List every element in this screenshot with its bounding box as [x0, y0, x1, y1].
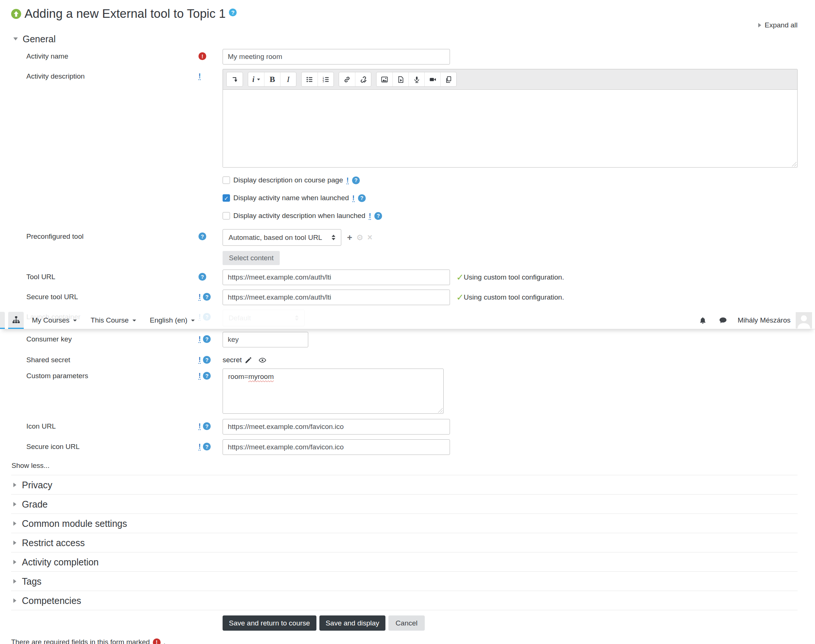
chevron-down-icon [191, 320, 195, 322]
italic-icon[interactable]: I [280, 72, 296, 86]
row-icon-url: Icon URL ! ? [11, 419, 798, 434]
section-header-grade[interactable]: Grade [11, 494, 798, 514]
row-tool-url: Tool URL ? ✓ Using custom tool configura… [11, 270, 798, 285]
unlink-icon[interactable] [355, 72, 371, 86]
custom-parameters-textarea[interactable]: room=myroom [223, 368, 444, 414]
display-activity-name-checkbox[interactable] [223, 194, 230, 202]
manage-files-icon[interactable] [440, 72, 456, 86]
activity-description-label: Activity description [11, 69, 198, 80]
collapse-triangle-icon [13, 37, 18, 40]
advanced-icon: ! [352, 194, 355, 202]
advanced-icon: ! [198, 293, 201, 301]
nav-my-courses[interactable]: My Courses [32, 316, 77, 324]
description-options: Display description on course page ! ? D… [223, 176, 798, 220]
show-less-link[interactable]: Show less... [11, 462, 798, 470]
checkbox-row-display-activity-name: Display activity name when launched ! ? [223, 193, 798, 202]
cancel-button[interactable]: Cancel [388, 615, 424, 631]
description-textarea[interactable] [223, 90, 797, 167]
section-header-activity-completion[interactable]: Activity completion [11, 552, 798, 571]
notifications-bell-icon[interactable] [699, 317, 707, 324]
bold-icon[interactable]: B [264, 72, 280, 86]
course-structure-tab[interactable] [8, 312, 24, 329]
check-icon: ✓ [456, 293, 464, 302]
page: Adding a new External tool to Topic 1 ? … [0, 0, 815, 644]
page-title: Adding a new External tool to Topic 1 [25, 7, 226, 21]
row-secure-tool-url: Secure tool URL ! ? ✓ Using custom tool … [11, 290, 798, 305]
activity-name-input[interactable] [223, 49, 450, 64]
shared-secret-label: Shared secret [11, 353, 198, 364]
rich-text-editor: i B I 123 [223, 69, 798, 167]
insert-media-icon[interactable] [392, 72, 408, 86]
help-icon[interactable]: ? [374, 212, 382, 220]
display-description-checkbox[interactable] [223, 176, 230, 184]
navbar-stub-tab[interactable] [0, 312, 5, 329]
avatar[interactable] [796, 312, 812, 328]
advanced-icon: ! [198, 335, 201, 343]
unordered-list-icon[interactable] [301, 72, 318, 86]
secure-tool-url-status: ✓ Using custom tool configuration. [456, 290, 564, 302]
collapse-toolbar-icon[interactable] [227, 72, 243, 86]
secure-tool-url-input[interactable] [223, 290, 450, 305]
help-icon[interactable]: ? [203, 422, 211, 430]
help-icon[interactable]: ? [203, 356, 211, 364]
section-header-general[interactable]: General [11, 33, 798, 44]
reveal-eye-icon[interactable] [258, 356, 266, 364]
consumer-key-input[interactable] [223, 332, 308, 347]
save-and-return-button[interactable]: Save and return to course [223, 615, 317, 631]
help-icon[interactable]: ? [358, 194, 366, 202]
help-icon[interactable]: ? [203, 443, 211, 451]
edit-pencil-icon[interactable] [245, 357, 252, 364]
secure-icon-url-label: Secure icon URL [11, 439, 198, 451]
ordered-list-icon[interactable]: 123 [318, 72, 334, 86]
chevron-down-icon [73, 320, 77, 322]
chevron-down-icon [132, 320, 136, 322]
resize-handle[interactable] [791, 161, 797, 167]
user-name[interactable]: Mihály Mészáros [738, 316, 790, 324]
insert-image-icon[interactable] [377, 72, 392, 86]
preconfigured-tool-select[interactable]: Automatic, based on tool URL [223, 229, 341, 246]
custom-parameters-label: Custom parameters [11, 368, 198, 380]
icon-url-input[interactable] [223, 419, 450, 434]
advanced-icon: ! [198, 422, 201, 430]
icon-url-label: Icon URL [11, 419, 198, 431]
link-icon[interactable] [339, 72, 355, 86]
activity-name-label: Activity name [11, 49, 198, 60]
expand-all-link[interactable]: Expand all [11, 21, 798, 29]
section-header-tags[interactable]: Tags [11, 571, 798, 590]
section-header-privacy[interactable]: Privacy [11, 475, 798, 494]
paragraph-styles-icon[interactable]: i [248, 72, 264, 86]
divider [11, 610, 798, 610]
row-activity-description: Activity description ! i [11, 69, 798, 167]
advanced-icon: ! [346, 176, 349, 184]
row-shared-secret: Shared secret ! ? secret [11, 353, 798, 364]
help-icon[interactable]: ? [198, 233, 206, 240]
display-activity-description-checkbox[interactable] [223, 212, 230, 219]
nav-language[interactable]: English (en) [150, 316, 195, 324]
help-icon[interactable]: ? [352, 176, 360, 184]
row-activity-name: Activity name ! [11, 49, 798, 64]
secure-icon-url-input[interactable] [223, 439, 450, 455]
resize-handle[interactable] [437, 408, 443, 412]
select-content-button[interactable]: Select content [223, 251, 280, 265]
expand-triangle-icon [13, 521, 16, 526]
collapsed-sections: Privacy Grade Common module settings Res… [11, 475, 798, 610]
section-header-common-module-settings[interactable]: Common module settings [11, 514, 798, 533]
record-audio-icon[interactable] [408, 72, 424, 86]
record-video-icon[interactable] [424, 72, 440, 86]
tool-url-input[interactable] [223, 270, 450, 285]
add-tool-icon[interactable]: + [347, 233, 352, 242]
nav-this-course[interactable]: This Course [91, 316, 136, 324]
title-help-icon[interactable]: ? [229, 9, 237, 16]
preconfigured-tool-label: Preconfigured tool [11, 229, 198, 241]
row-launch-container: Launch container ! ? Default [11, 310, 798, 327]
section-header-restrict-access[interactable]: Restrict access [11, 533, 798, 552]
help-icon[interactable]: ? [203, 293, 211, 301]
help-icon[interactable]: ? [198, 273, 206, 281]
help-icon[interactable]: ? [203, 335, 211, 343]
save-and-display-button[interactable]: Save and display [319, 615, 386, 631]
section-header-competencies[interactable]: Competencies [11, 590, 798, 610]
messages-icon[interactable] [719, 316, 727, 324]
checkbox-row-display-description: Display description on course page ! ? [223, 176, 798, 185]
help-icon[interactable]: ? [203, 372, 211, 380]
expand-all-triangle-icon [758, 23, 761, 28]
